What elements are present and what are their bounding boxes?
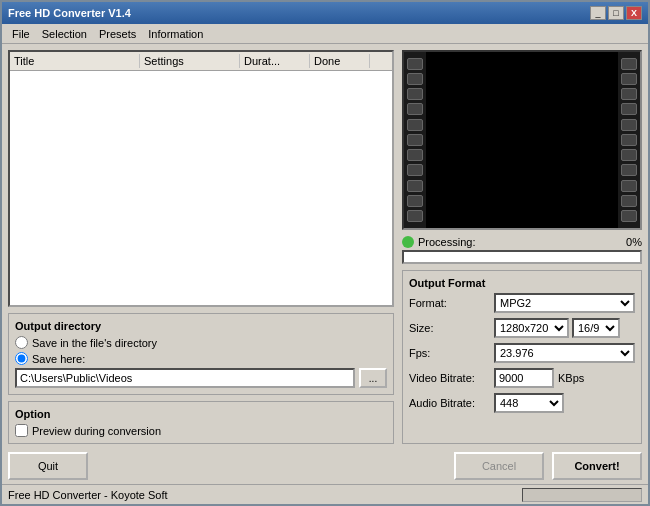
path-row: ...	[15, 368, 387, 388]
file-list[interactable]: Title Settings Durat... Done	[8, 50, 394, 307]
film-hole	[621, 73, 637, 85]
film-hole	[621, 119, 637, 131]
title-buttons: _ □ X	[590, 6, 642, 20]
progress-bar	[402, 250, 642, 264]
menu-selection[interactable]: Selection	[36, 27, 93, 41]
maximize-button[interactable]: □	[608, 6, 624, 20]
film-preview	[402, 50, 642, 230]
progress-row: Processing: 0%	[402, 236, 642, 248]
quit-area: Quit	[8, 452, 88, 480]
video-bitrate-input[interactable]	[494, 368, 554, 388]
fps-row: Fps: 23.976 25 29.97 30	[409, 343, 635, 363]
radio-save-in-file-dir-label: Save in the file's directory	[32, 337, 157, 349]
film-hole	[407, 58, 423, 70]
film-screen	[426, 52, 618, 228]
film-hole	[621, 149, 637, 161]
film-hole	[621, 210, 637, 222]
menu-presets[interactable]: Presets	[93, 27, 142, 41]
radio-save-here-label: Save here:	[32, 353, 85, 365]
preview-checkbox[interactable]	[15, 424, 28, 437]
file-list-header: Title Settings Durat... Done	[10, 52, 392, 71]
col-done: Done	[310, 54, 370, 68]
film-hole	[407, 180, 423, 192]
radio-row-2: Save here:	[15, 352, 387, 365]
fps-label: Fps:	[409, 347, 494, 359]
main-content: Title Settings Durat... Done Output dire…	[2, 44, 648, 450]
film-hole	[407, 103, 423, 115]
menu-bar: File Selection Presets Information	[2, 24, 648, 44]
status-text: Free HD Converter - Koyote Soft	[8, 489, 522, 501]
film-hole	[407, 119, 423, 131]
output-format-section: Output Format Format: MPG2 AVI MP4 WMV S…	[402, 270, 642, 444]
film-hole	[407, 134, 423, 146]
film-hole	[407, 195, 423, 207]
progress-percent: 0%	[626, 236, 642, 248]
progress-indicator-icon	[402, 236, 414, 248]
size-select[interactable]: 1280x720 1920x1080 720x480	[494, 318, 569, 338]
status-bar: Free HD Converter - Koyote Soft	[2, 484, 648, 504]
output-directory-section: Output directory Save in the file's dire…	[8, 313, 394, 395]
output-format-title: Output Format	[409, 277, 635, 289]
film-hole	[621, 103, 637, 115]
ratio-select[interactable]: 16/9 4/3	[572, 318, 620, 338]
preview-label: Preview during conversion	[32, 425, 161, 437]
video-bitrate-row: Video Bitrate: KBps	[409, 368, 635, 388]
checkbox-row: Preview during conversion	[15, 424, 387, 437]
film-hole	[407, 73, 423, 85]
film-hole	[621, 195, 637, 207]
cancel-button[interactable]: Cancel	[454, 452, 544, 480]
progress-section: Processing: 0%	[402, 236, 642, 264]
col-title: Title	[10, 54, 140, 68]
status-right-panel	[522, 488, 642, 502]
right-panel: Processing: 0% Output Format Format: MPG…	[402, 50, 642, 444]
film-hole	[407, 210, 423, 222]
title-bar: Free HD Converter V1.4 _ □ X	[2, 2, 648, 24]
left-panel: Title Settings Durat... Done Output dire…	[8, 50, 394, 444]
film-hole	[407, 164, 423, 176]
film-hole	[621, 164, 637, 176]
progress-label: Processing:	[418, 236, 622, 248]
audio-bitrate-row: Audio Bitrate: 448 320 256 192 128	[409, 393, 635, 413]
menu-file[interactable]: File	[6, 27, 36, 41]
film-hole	[621, 180, 637, 192]
radio-save-in-file-dir[interactable]	[15, 336, 28, 349]
film-hole	[621, 88, 637, 100]
film-strip-right	[618, 52, 640, 228]
bottom-row: Quit Cancel Convert!	[2, 450, 648, 484]
format-select[interactable]: MPG2 AVI MP4 WMV	[494, 293, 635, 313]
film-strip-left	[404, 52, 426, 228]
window-title: Free HD Converter V1.4	[8, 7, 131, 19]
main-window: Free HD Converter V1.4 _ □ X File Select…	[0, 0, 650, 506]
radio-save-here[interactable]	[15, 352, 28, 365]
minimize-button[interactable]: _	[590, 6, 606, 20]
output-directory-title: Output directory	[15, 320, 387, 332]
option-section: Option Preview during conversion	[8, 401, 394, 444]
format-label: Format:	[409, 297, 494, 309]
video-bitrate-label: Video Bitrate:	[409, 372, 494, 384]
convert-button[interactable]: Convert!	[552, 452, 642, 480]
action-buttons: Cancel Convert!	[454, 452, 642, 480]
path-input[interactable]	[15, 368, 355, 388]
radio-row-1: Save in the file's directory	[15, 336, 387, 349]
browse-button[interactable]: ...	[359, 368, 387, 388]
film-hole	[407, 88, 423, 100]
size-row: Size: 1280x720 1920x1080 720x480 16/9 4/…	[409, 318, 635, 338]
size-label: Size:	[409, 322, 494, 334]
video-bitrate-unit: KBps	[558, 372, 584, 384]
audio-bitrate-select[interactable]: 448 320 256 192 128	[494, 393, 564, 413]
col-duration: Durat...	[240, 54, 310, 68]
option-title: Option	[15, 408, 387, 420]
menu-information[interactable]: Information	[142, 27, 209, 41]
col-settings: Settings	[140, 54, 240, 68]
close-button[interactable]: X	[626, 6, 642, 20]
film-hole	[407, 149, 423, 161]
format-row: Format: MPG2 AVI MP4 WMV	[409, 293, 635, 313]
film-hole	[621, 58, 637, 70]
quit-button[interactable]: Quit	[8, 452, 88, 480]
fps-select[interactable]: 23.976 25 29.97 30	[494, 343, 635, 363]
film-hole	[621, 134, 637, 146]
audio-bitrate-label: Audio Bitrate:	[409, 397, 494, 409]
